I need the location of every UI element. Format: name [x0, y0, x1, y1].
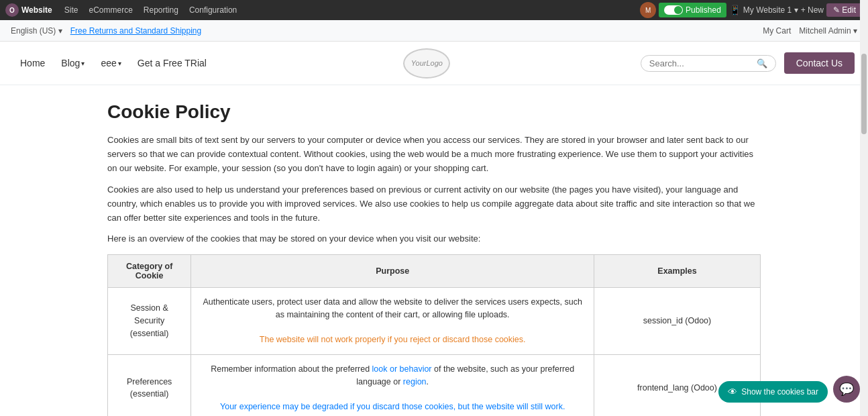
odoo-icon: O — [5, 3, 19, 17]
admin-bar: O Website Site eCommerce Reporting Confi… — [0, 0, 868, 20]
nav-links: Home Blog ▾ eee ▾ Get a Free TRial — [13, 54, 213, 72]
blog-chevron: ▾ — [81, 60, 85, 67]
free-shipping-notice[interactable]: Free Returns and Standard Shipping — [70, 26, 201, 36]
category-cell-2: Preferences(essential) — [108, 354, 191, 416]
examples-cell-1: session_id (Odoo) — [594, 287, 761, 354]
contact-us-button[interactable]: Contact Us — [784, 52, 855, 74]
edit-button[interactable]: ✎ Edit — [826, 3, 863, 17]
my-cart-link[interactable]: My Cart — [763, 26, 791, 36]
admin-nav-ecommerce[interactable]: eCommerce — [85, 5, 136, 15]
purpose-cell-2: Remember information about the preferred… — [191, 354, 594, 416]
avatar: M — [640, 2, 656, 18]
main-content: Cookie Policy Cookies are small bits of … — [0, 85, 868, 416]
scrollbar-thumb[interactable] — [861, 54, 867, 134]
eye-icon: 👁 — [728, 386, 737, 397]
table-header-examples: Examples — [594, 254, 761, 287]
chat-button[interactable]: 💬 — [833, 376, 860, 403]
nav-free-trial[interactable]: Get a Free TRial — [131, 54, 213, 72]
chat-icon: 💬 — [839, 382, 854, 397]
mobile-icon: 📱 — [729, 5, 741, 15]
language-selector[interactable]: English (US) ▾ — [11, 26, 62, 36]
published-label: Published — [686, 5, 721, 15]
admin-nav-configuration[interactable]: Configuration — [185, 5, 241, 15]
new-button[interactable]: + New — [801, 5, 824, 15]
notice-bar: English (US) ▾ Free Returns and Standard… — [0, 20, 868, 42]
nav-home[interactable]: Home — [13, 54, 52, 72]
search-icon[interactable]: 🔍 — [757, 58, 767, 68]
toggle-switch — [664, 5, 683, 15]
show-cookies-bar-button[interactable]: 👁 Show the cookies bar — [718, 381, 828, 403]
purpose-cell-1: Authenticate users, protect user data an… — [191, 287, 594, 354]
category-cell-1: Session & Security(essential) — [108, 287, 191, 354]
site-nav: Home Blog ▾ eee ▾ Get a Free TRial YourL… — [0, 42, 868, 85]
table-row: Preferences(essential) Remember informat… — [108, 354, 761, 416]
page-title: Cookie Policy — [107, 101, 761, 123]
search-input[interactable] — [649, 58, 757, 68]
published-toggle[interactable]: Published — [659, 3, 726, 17]
admin-brand: O Website — [5, 3, 52, 17]
admin-user-menu[interactable]: Mitchell Admin ▾ — [799, 26, 857, 36]
show-cookies-label: Show the cookies bar — [741, 387, 818, 397]
website-selector[interactable]: My Website 1 ▾ — [743, 5, 798, 15]
nav-blog-dropdown[interactable]: Blog ▾ — [54, 54, 91, 72]
table-header-purpose: Purpose — [191, 254, 594, 287]
admin-nav-reporting[interactable]: Reporting — [140, 5, 182, 15]
eee-chevron: ▾ — [118, 60, 121, 67]
intro-paragraph-1: Cookies are small bits of text sent by o… — [107, 134, 761, 175]
logo-area: YourLogo — [213, 48, 641, 79]
intro-paragraph-2: Cookies are also used to help us underst… — [107, 183, 761, 225]
scrollbar[interactable] — [860, 0, 868, 416]
nav-eee-dropdown[interactable]: eee ▾ — [94, 54, 127, 72]
table-row: Session & Security(essential) Authentica… — [108, 287, 761, 354]
cookie-table: Category of Cookie Purpose Examples Sess… — [107, 254, 761, 416]
site-logo: YourLogo — [403, 48, 450, 79]
table-header-category: Category of Cookie — [108, 254, 191, 287]
admin-brand-label[interactable]: Website — [21, 5, 52, 15]
admin-nav-site[interactable]: Site — [60, 5, 83, 15]
overview-text: Here is an overview of the cookies that … — [107, 233, 761, 244]
search-area[interactable]: 🔍 — [641, 55, 776, 72]
